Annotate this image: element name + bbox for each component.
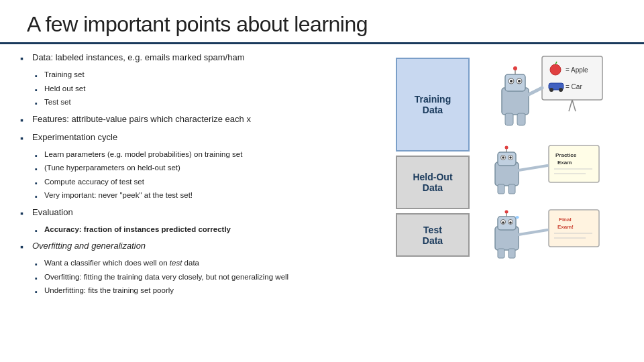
svg-point-46: [502, 221, 504, 224]
svg-text:Practice: Practice: [555, 152, 577, 158]
bullet-icon-data: ▪: [20, 52, 28, 66]
sub-text-learn: Learn parameters (e.g. model probabiliti…: [44, 149, 242, 160]
sub-bullet-learn: ▪ Learn parameters (e.g. model probabili…: [35, 149, 389, 162]
svg-rect-35: [498, 184, 504, 194]
svg-rect-21: [549, 145, 599, 182]
sub-icon-underfit: ▪: [35, 286, 42, 298]
sub-bullets-overfit: ▪ Want a classifier which does well on t…: [35, 257, 389, 298]
sub-bullet-held-out: ▪ Held out set: [35, 83, 389, 96]
sub-icon-1: ▪: [35, 70, 42, 82]
sub-bullet-underfitting: ▪ Underfitting: fits the training set po…: [35, 285, 389, 298]
bullet-overfitting: ▪ Overfitting and generalization: [20, 239, 389, 254]
test-data-box: TestData: [396, 213, 470, 257]
slide-title: A few important points about learning: [27, 12, 617, 37]
illustrations-column: = Apple = Car: [475, 51, 616, 267]
bullet-icon-overfit: ▪: [20, 240, 28, 254]
svg-line-18: [529, 88, 542, 95]
sub-icon-overfit-def: ▪: [35, 273, 42, 284]
training-data-box: TrainingData: [396, 58, 470, 152]
title-bar: A few important points about learning: [0, 0, 644, 44]
robot-teacher-illustration: = Apple = Car: [478, 51, 612, 138]
svg-rect-11: [505, 74, 525, 91]
sub-icon-compute: ▪: [35, 178, 42, 189]
svg-rect-0: [542, 56, 602, 100]
bullet-overfitting-text: Overfitting and generalization: [32, 239, 146, 253]
training-data-label: TrainingData: [415, 94, 451, 115]
svg-point-6: [559, 88, 563, 92]
svg-line-9: [572, 100, 576, 111]
sub-text-want-classifier: Want a classifier which does well on tes…: [44, 257, 199, 269]
sub-icon-tune: ▪: [35, 164, 42, 175]
data-boxes-column: TrainingData Held-OutData TestData: [396, 51, 470, 257]
svg-line-34: [519, 166, 547, 170]
slide-content: ▪ Data: labeled instances, e.g. emails m…: [0, 44, 644, 362]
sub-bullet-test-set: ▪ Test set: [35, 97, 389, 109]
sub-bullet-overfitting-def: ▪ Overfitting: fitting the training data…: [35, 272, 389, 284]
svg-point-47: [509, 221, 512, 224]
svg-line-8: [569, 100, 572, 111]
sub-bullet-tune: ▪ (Tune hyperparameters on held-out set): [35, 162, 389, 175]
bullet-evaluation: ▪ Evaluation: [20, 206, 389, 221]
sub-bullet-compute-accuracy: ▪ Compute accuracy of test set: [35, 176, 389, 189]
sub-icon-2: ▪: [35, 84, 42, 96]
bullet-experimentation-text: Experimentation cycle: [32, 131, 117, 144]
svg-text:= Apple: = Apple: [566, 66, 588, 74]
svg-point-15: [518, 80, 521, 82]
sub-bullet-training-set: ▪ Training set: [35, 69, 389, 82]
svg-text:= Car: = Car: [566, 83, 582, 90]
sub-icon-want: ▪: [35, 259, 42, 270]
heldout-data-label: Held-OutData: [413, 172, 452, 193]
svg-line-50: [519, 230, 547, 235]
test-data-label: TestData: [423, 225, 443, 246]
robot-teacher-svg: = Apple = Car: [482, 51, 609, 138]
robot-practice-svg: Practice Exam: [482, 142, 609, 202]
sub-text-tune: (Tune hyperparameters on held-out set): [44, 162, 180, 174]
slide: A few important points about learning ▪ …: [0, 0, 644, 362]
svg-rect-43: [498, 217, 516, 230]
sub-text-held-out: Held out set: [44, 83, 85, 95]
bullet-data-text: Data: labeled instances, e.g. emails mar…: [32, 51, 245, 64]
svg-rect-20: [517, 113, 525, 125]
heldout-data-box: Held-OutData: [396, 156, 470, 209]
svg-point-17: [513, 66, 517, 70]
sub-text-no-peek: Very important: never "peek" at the test…: [44, 190, 193, 201]
sub-icon-accuracy: ▪: [35, 225, 42, 237]
sub-text-underfitting: Underfitting: fits the training set poor…: [44, 285, 174, 296]
svg-text:Exam: Exam: [557, 160, 572, 166]
bullet-experimentation: ▪ Experimentation cycle: [20, 131, 389, 145]
bullet-icon-eval: ▪: [20, 206, 28, 221]
bullet-icon-exp: ▪: [20, 131, 28, 145]
svg-rect-51: [498, 249, 504, 258]
sub-bullet-no-peek: ▪ Very important: never "peek" at the te…: [35, 190, 389, 202]
svg-text:Final: Final: [559, 217, 572, 223]
sub-text-overfitting-def: Overfitting: fitting the training data v…: [44, 272, 288, 283]
bullet-features: ▪ Features: attribute-value pairs which …: [20, 113, 389, 127]
sub-bullet-want-classifier: ▪ Want a classifier which does well on t…: [35, 257, 389, 270]
sub-bullets-exp: ▪ Learn parameters (e.g. model probabili…: [35, 149, 389, 202]
bullet-data: ▪ Data: labeled instances, e.g. emails m…: [20, 51, 389, 66]
sub-text-training-set: Training set: [44, 69, 85, 80]
sub-icon-3: ▪: [35, 98, 42, 109]
svg-rect-27: [498, 152, 516, 166]
svg-rect-52: [508, 249, 515, 258]
svg-point-1: [550, 64, 561, 75]
sub-bullet-accuracy: ▪ Accuracy: fraction of instances predic…: [35, 224, 389, 237]
svg-point-31: [509, 156, 512, 159]
svg-point-30: [502, 156, 504, 159]
left-panel: ▪ Data: labeled instances, e.g. emails m…: [20, 51, 396, 355]
robot-final-svg: Final Exam!: [482, 206, 609, 267]
sub-bullets-eval: ▪ Accuracy: fraction of instances predic…: [35, 224, 389, 237]
svg-rect-19: [505, 113, 513, 125]
sub-bullets-data: ▪ Training set ▪ Held out set ▪ Test set: [35, 69, 389, 109]
svg-point-5: [549, 88, 553, 92]
svg-rect-10: [502, 88, 529, 115]
bullet-icon-features: ▪: [20, 113, 28, 127]
sub-text-compute-accuracy: Compute accuracy of test set: [44, 176, 144, 188]
svg-point-33: [505, 146, 508, 149]
bullet-evaluation-text: Evaluation: [32, 206, 73, 219]
sub-icon-peek: ▪: [35, 191, 42, 202]
sub-text-accuracy: Accuracy: fraction of instances predicte…: [44, 224, 231, 235]
svg-text:Exam!: Exam!: [557, 224, 574, 230]
robot-final-illustration: Final Exam!: [478, 206, 612, 267]
svg-point-49: [505, 210, 508, 214]
